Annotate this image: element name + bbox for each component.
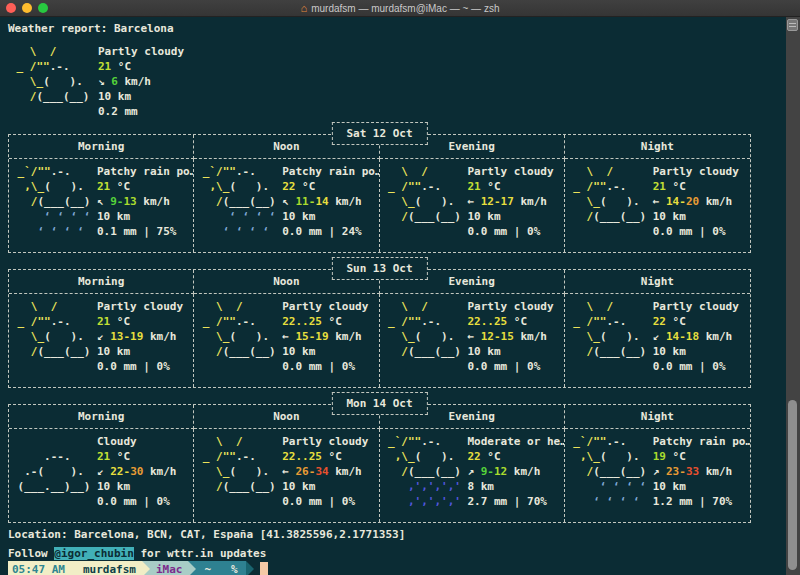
terminal-cursor bbox=[260, 562, 268, 575]
forecast-cell: \ / _ /"".-. \_( ). /(___(__) Partly clo… bbox=[380, 294, 565, 387]
weather-info: Partly cloudy21 °C↙ 13-19 km/h10 km0.0 m… bbox=[97, 299, 183, 387]
location-line: Location: Barcelona, BCN, CAT, España [4… bbox=[8, 527, 786, 542]
forecast-cell: _`/"".-. ,\_( ). /(___(__) ‘ ‘ ‘ ‘ ‘ ‘ ‘… bbox=[9, 159, 194, 252]
prompt-hostname: iMac bbox=[150, 561, 189, 575]
column-header-morning: Morning bbox=[9, 135, 194, 159]
forecast-cell: \ / _ /"".-. \_( ). /(___(__) Partly clo… bbox=[565, 294, 750, 387]
date-box: Mon 14 Oct bbox=[331, 392, 427, 415]
powerline-separator-icon bbox=[142, 561, 150, 575]
zoom-button[interactable] bbox=[38, 3, 48, 13]
date-box: Sat 12 Oct bbox=[331, 122, 427, 145]
follow-line: Follow @igor_chubin for wttr.in updates bbox=[8, 546, 786, 561]
terminal-content: Weather report: Barcelona \ / _ /"".-. \… bbox=[0, 17, 786, 575]
weather-art: \ / _ /"".-. \_( ). /(___(__) bbox=[382, 164, 462, 252]
weather-art: \ / _ /"".-. \_( ). /(___(__) bbox=[196, 299, 276, 387]
weather-art: \ / _ /"".-. \_( ). /(___(__) bbox=[567, 299, 647, 387]
date-label: Sun 13 Oct bbox=[346, 262, 412, 275]
weather-info: Partly cloudy22..25 °C← 15-19 km/h10 km0… bbox=[282, 299, 368, 387]
date-box: Sun 13 Oct bbox=[331, 257, 427, 280]
weather-report-header: Weather report: Barcelona bbox=[8, 21, 786, 36]
close-button[interactable] bbox=[6, 3, 16, 13]
weather-info: Partly cloudy21 °C← 12-17 km/h10 km0.0 m… bbox=[468, 164, 554, 252]
terminal-screen[interactable]: Weather report: Barcelona \ / _ /"".-. \… bbox=[0, 17, 800, 575]
forecast-table: Morning Noon Evening Night _`/"".-. ,\_(… bbox=[8, 134, 751, 253]
weather-art: \ / _ /"".-. \_( ). /(___(__) bbox=[196, 434, 276, 522]
forecast-cell: \ / _ /"".-. \_( ). /(___(__) Partly clo… bbox=[9, 294, 194, 387]
prompt-time-user-segment: 05:47 AM murdafsm bbox=[8, 561, 142, 575]
forecast-cell: _`/"".-. ,\_( ). /(___(__) ‘ ‘ ‘ ‘ ‘ ‘ ‘… bbox=[194, 159, 379, 252]
forecast-cell: \ / _ /"".-. \_( ). /(___(__) Partly clo… bbox=[380, 159, 565, 252]
column-header-night: Night bbox=[565, 135, 750, 159]
weather-info: Patchy rain po…19 °C↗ 23-33 km/h10 km1.2… bbox=[653, 434, 750, 522]
column-header-morning: Morning bbox=[9, 405, 194, 429]
forecast-cell: .--. .-( ). (___.__)__) Cloudy21 °C↙ 22-… bbox=[9, 429, 194, 522]
minimize-button[interactable] bbox=[22, 3, 32, 13]
forecast-cell: _`/"".-. ,\_( ). /(___(__) ‚'‚'‚'‚' ‚'‚'… bbox=[380, 429, 565, 522]
date-label: Mon 14 Oct bbox=[346, 397, 412, 410]
current-weather-art: \ / _ /"".-. \_( ). /(___(__) bbox=[10, 44, 90, 119]
weather-art: \ / _ /"".-. \_( ). /(___(__) bbox=[567, 164, 647, 252]
home-icon: ⌂ bbox=[301, 2, 308, 14]
window-title: ⌂murdafsm — murdafsm@iMac — ~ — zsh bbox=[301, 2, 500, 14]
weather-info: Partly cloudy21 °C← 14-20 km/h10 km0.0 m… bbox=[653, 164, 739, 252]
terminal-window: ⌂murdafsm — murdafsm@iMac — ~ — zsh Weat… bbox=[0, 0, 800, 575]
window-controls bbox=[6, 3, 48, 13]
column-header-morning: Morning bbox=[9, 270, 194, 294]
forecast-table: Morning Noon Evening Night \ / _ /"".-. … bbox=[8, 269, 751, 388]
prompt-path: ~ bbox=[204, 562, 211, 575]
forecast-day-mon: Mon 14 Oct Morning Noon Evening Night .-… bbox=[8, 404, 751, 523]
twitter-handle: @igor_chubin bbox=[54, 547, 133, 560]
weather-art: .--. .-( ). (___.__)__) bbox=[11, 434, 91, 522]
scrollbar-widget-icon[interactable] bbox=[787, 19, 798, 31]
follow-suffix: for wttr.in updates bbox=[134, 547, 266, 560]
weather-info: Partly cloudy22..25 °C← 26-34 km/h10 km0… bbox=[282, 434, 368, 522]
column-header-night: Night bbox=[565, 270, 750, 294]
scrollbar-track[interactable] bbox=[786, 17, 800, 575]
weather-info: Patchy rain po…22 °C↖ 11-14 km/h10 km0.0… bbox=[282, 164, 379, 252]
powerline-separator-icon bbox=[188, 561, 196, 575]
powerline-separator-icon bbox=[246, 561, 254, 575]
weather-info: Cloudy21 °C↙ 22-30 km/h10 km0.0 mm | 0% bbox=[97, 434, 177, 522]
date-label: Sat 12 Oct bbox=[346, 127, 412, 140]
prompt-username: murdafsm bbox=[83, 562, 136, 575]
weather-info: Partly cloudy22 °C↙ 14-18 km/h10 km0.0 m… bbox=[653, 299, 739, 387]
prompt-symbol: % bbox=[231, 562, 238, 575]
forecast-day-sat: Sat 12 Oct Morning Noon Evening Night _`… bbox=[8, 134, 751, 253]
window-title-text: murdafsm — murdafsm@iMac — ~ — zsh bbox=[311, 3, 499, 14]
weather-art: \ / _ /"".-. \_( ). /(___(__) bbox=[382, 299, 462, 387]
forecast-cell: \ / _ /"".-. \_( ). /(___(__) Partly clo… bbox=[194, 294, 379, 387]
weather-info: Patchy rain po…21 °C↖ 9-13 km/h10 km0.1 … bbox=[97, 164, 194, 252]
scrollbar-thumb[interactable] bbox=[788, 400, 797, 570]
current-weather-info: Partly cloudy21 °C↘ 6 km/h10 km0.2 mm bbox=[98, 44, 184, 119]
weather-art: _`/"".-. ,\_( ). /(___(__) ‘ ‘ ‘ ‘ ‘ ‘ ‘… bbox=[196, 164, 276, 252]
column-header-night: Night bbox=[565, 405, 750, 429]
prompt-time: 05:47 AM bbox=[12, 562, 65, 575]
prompt-path-segment: ~ % bbox=[196, 561, 245, 575]
follow-prefix: Follow bbox=[8, 547, 54, 560]
weather-art: _`/"".-. ,\_( ). /(___(__) ‚'‚'‚'‚' ‚'‚'… bbox=[382, 434, 462, 522]
weather-info: Partly cloudy22..25 °C← 12-15 km/h10 km0… bbox=[468, 299, 554, 387]
forecast-cell: _`/"".-. ,\_( ). /(___(__) ‘ ‘ ‘ ‘ ‘ ‘ ‘… bbox=[565, 429, 750, 522]
forecast-cell: \ / _ /"".-. \_( ). /(___(__) Partly clo… bbox=[194, 429, 379, 522]
forecast-table: Morning Noon Evening Night .--. .-( ). (… bbox=[8, 404, 751, 523]
current-conditions: \ / _ /"".-. \_( ). /(___(__) Partly clo… bbox=[10, 44, 786, 119]
title-bar: ⌂murdafsm — murdafsm@iMac — ~ — zsh bbox=[0, 0, 800, 17]
weather-art: \ / _ /"".-. \_( ). /(___(__) bbox=[11, 299, 91, 387]
weather-art: _`/"".-. ,\_( ). /(___(__) ‘ ‘ ‘ ‘ ‘ ‘ ‘… bbox=[567, 434, 647, 522]
shell-prompt[interactable]: 05:47 AM murdafsm iMac ~ % bbox=[8, 561, 786, 575]
weather-art: _`/"".-. ,\_( ). /(___(__) ‘ ‘ ‘ ‘ ‘ ‘ ‘… bbox=[11, 164, 91, 252]
forecast-cell: \ / _ /"".-. \_( ). /(___(__) Partly clo… bbox=[565, 159, 750, 252]
weather-info: Moderate or he…22 °C↗ 9-12 km/h8 km2.7 m… bbox=[468, 434, 565, 522]
forecast-day-sun: Sun 13 Oct Morning Noon Evening Night \ … bbox=[8, 269, 751, 388]
